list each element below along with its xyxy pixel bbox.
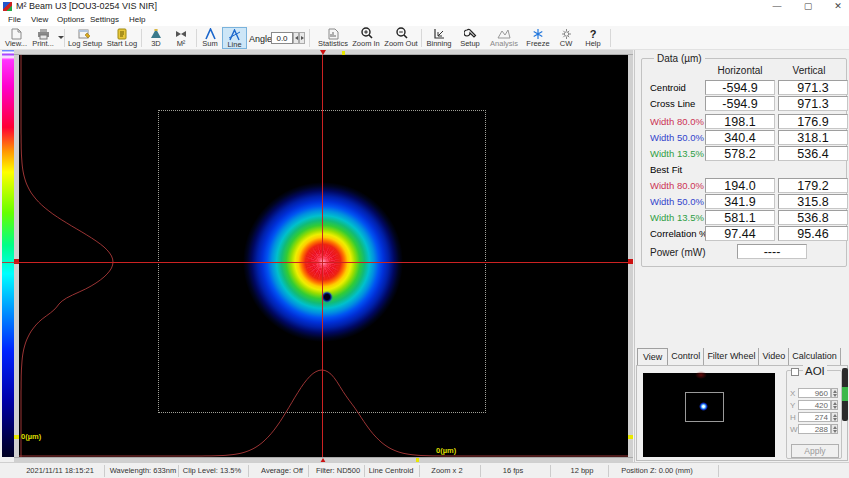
data-value-horizontal: 340.4 (705, 130, 775, 145)
data-value-vertical: 971.3 (778, 80, 848, 95)
data-row-label: Width 80.0% (650, 180, 704, 191)
aoi-field-spinner[interactable] (831, 424, 838, 434)
data-value-horizontal: 194.0 (705, 178, 775, 193)
aoi-field-input[interactable]: 288 (798, 424, 831, 434)
toolbar: View... Print... Log Setup Start Log (0, 26, 849, 50)
beam-display[interactable]: 0(µm) 0(µm) (19, 55, 628, 457)
close-button[interactable]: ✕ (827, 0, 849, 13)
start-log-button[interactable]: Start Log (104, 27, 140, 49)
status-item: 16 fps (503, 466, 523, 475)
analysis-button[interactable]: Analysis (486, 27, 522, 49)
aoi-field-label: H (790, 413, 796, 422)
m2-button[interactable]: M² (169, 27, 193, 49)
ruler-right-cursor-marker[interactable] (628, 259, 633, 264)
data-value-vertical: 536.4 (778, 146, 848, 161)
zoom-out-button[interactable]: Zoom Out (383, 27, 419, 49)
aoi-apply-button[interactable]: Apply (791, 444, 839, 458)
menu-settings[interactable]: Settings (90, 13, 119, 26)
status-separator (718, 465, 719, 477)
menu-help[interactable]: Help (129, 13, 145, 26)
sum-button[interactable]: Sum (199, 27, 221, 49)
print-button[interactable]: Print... (30, 27, 56, 49)
data-value-vertical: 176.9 (778, 114, 848, 129)
status-item: 12 bpp (571, 466, 594, 475)
filter-indicator-level (842, 387, 848, 401)
line-button[interactable]: Line (222, 27, 247, 49)
preview-beam-dot (699, 402, 708, 411)
ruler-right[interactable] (628, 55, 633, 457)
data-value-horizontal: -594.9 (705, 80, 775, 95)
cw-button[interactable]: CW (554, 27, 578, 49)
power-value: ---- (737, 244, 807, 259)
data-value-vertical: 536.8 (778, 210, 848, 225)
data-row-label: Width 13.5% (650, 148, 704, 159)
tab-strip: ViewControlFilter WheelVideoCalculation (637, 348, 849, 365)
help-button[interactable]: ? Help (579, 27, 607, 49)
angle-input[interactable]: 0.0 (271, 32, 293, 44)
data-row-label: Cross Line (650, 98, 695, 109)
aoi-field-input[interactable]: 420 (798, 400, 831, 410)
crosshair-horizontal[interactable] (19, 262, 628, 263)
x-axis-zero-label: 0(µm) (436, 446, 456, 455)
menu-options[interactable]: Options (57, 13, 85, 26)
crosshair-horizontal-extension (2, 262, 19, 263)
column-vertical: Vertical (793, 65, 826, 76)
status-separator (419, 465, 420, 477)
window-title: M² Beam U3 [DOU3-0254 VIS NIR] (16, 1, 157, 11)
aoi-field-label: X (790, 389, 795, 398)
aoi-field-spinner[interactable] (831, 388, 838, 398)
aoi-field-spinner[interactable] (831, 400, 838, 410)
data-value-vertical: 315.8 (778, 194, 848, 209)
status-item: Zoom x 2 (431, 466, 462, 475)
preview-thumbnail[interactable] (643, 373, 775, 457)
statistics-button[interactable]: Statistics (312, 27, 354, 49)
filter-indicator[interactable] (842, 368, 848, 421)
data-value-vertical: 95.46 (778, 226, 848, 241)
status-item: Position Z: 0.00 (mm) (621, 466, 693, 475)
data-row-label: Best Fit (650, 164, 682, 175)
aoi-field-input[interactable]: 960 (798, 388, 831, 398)
aoi-checkbox[interactable] (791, 368, 799, 376)
status-item: Filter: ND500 (316, 466, 360, 475)
aoi-label: AOI (803, 365, 827, 377)
status-item: Wavelength: 633nm (110, 466, 176, 475)
tab-filter-wheel[interactable]: Filter Wheel (704, 348, 759, 365)
aoi-field-label: W (790, 425, 798, 434)
zoom-in-button[interactable]: Zoom In (350, 27, 382, 49)
log-setup-button[interactable]: Log Setup (67, 27, 103, 49)
preview-smudge (695, 371, 707, 379)
menu-file[interactable]: File (8, 13, 21, 26)
minimize-button[interactable]: — (766, 0, 788, 13)
maximize-button[interactable]: ▢ (797, 0, 819, 13)
angle-spin-right[interactable] (299, 32, 305, 44)
freeze-button[interactable]: Freeze (523, 27, 553, 49)
tab-control[interactable]: Control (668, 348, 704, 365)
status-separator (178, 465, 179, 477)
data-value-horizontal: 581.1 (705, 210, 775, 225)
binning-button[interactable]: Binning (424, 27, 454, 49)
power-label: Power (mW) (650, 247, 706, 258)
status-item: Line Centroid (369, 466, 414, 475)
aoi-field-input[interactable]: 274 (798, 412, 831, 422)
aoi-field-spinner[interactable] (831, 412, 838, 422)
crosshair-vertical[interactable] (322, 55, 323, 457)
app-window: M² Beam U3 [DOU3-0254 VIS NIR] — ▢ ✕ Fil… (0, 0, 849, 478)
tab-video[interactable]: Video (759, 348, 789, 365)
title-bar: M² Beam U3 [DOU3-0254 VIS NIR] — ▢ ✕ (0, 0, 849, 13)
data-row-label: Width 13.5% (650, 212, 704, 223)
tab-view[interactable]: View (637, 348, 668, 365)
setup-button[interactable]: Setup (456, 27, 484, 49)
aoi-groupbox: AOI X960Y420H274W288 Apply (786, 370, 842, 459)
status-separator (608, 465, 609, 477)
tab-calculation[interactable]: Calculation (789, 348, 841, 365)
data-row-label: Centroid (650, 82, 686, 93)
status-item: 2021/11/11 18:15:21 (26, 466, 94, 475)
3d-button[interactable]: 3D (144, 27, 168, 49)
menu-view[interactable]: View (31, 13, 48, 26)
tab-page: AOI X960Y420H274W288 Apply (636, 365, 848, 461)
column-horizontal: Horizontal (717, 65, 762, 76)
view-button[interactable]: View... (2, 27, 30, 49)
status-separator (550, 465, 551, 477)
angle-label: Angle (249, 34, 272, 44)
data-row-label: Correlation % (650, 228, 708, 239)
